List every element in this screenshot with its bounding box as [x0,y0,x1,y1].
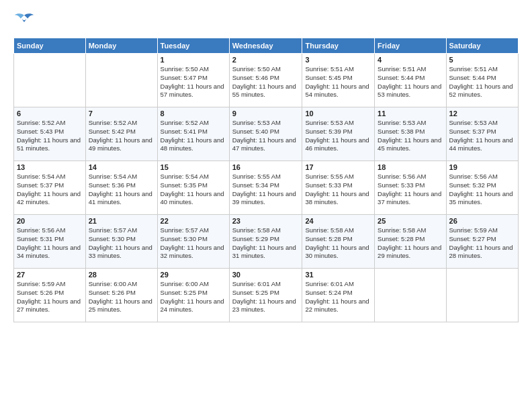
day-number: 1 [161,56,226,64]
calendar-cell: 3Sunrise: 5:51 AMSunset: 5:45 PMDaylight… [302,54,375,107]
day-number: 16 [232,163,300,171]
calendar-cell: 1Sunrise: 5:50 AMSunset: 5:47 PMDaylight… [157,54,229,107]
day-info: Sunrise: 5:53 AMSunset: 5:39 PMDaylight:… [305,119,371,153]
day-info: Sunrise: 5:56 AMSunset: 5:33 PMDaylight:… [378,173,443,207]
day-info: Sunrise: 5:57 AMSunset: 5:30 PMDaylight:… [161,226,226,261]
calendar-cell [14,54,86,107]
day-info: Sunrise: 5:53 AMSunset: 5:38 PMDaylight:… [378,119,443,153]
weekday-header-row: SundayMondayTuesdayWednesdayThursdayFrid… [14,38,519,54]
day-number: 11 [378,109,443,118]
calendar-cell: 31Sunrise: 6:01 AMSunset: 5:24 PMDayligh… [302,269,375,322]
day-info: Sunrise: 5:55 AMSunset: 5:33 PMDaylight:… [305,173,371,207]
calendar-cell: 14Sunrise: 5:54 AMSunset: 5:36 PMDayligh… [85,161,157,215]
day-info: Sunrise: 5:50 AMSunset: 5:46 PMDaylight:… [232,65,300,99]
day-info: Sunrise: 6:01 AMSunset: 5:24 PMDaylight:… [305,280,371,314]
day-info: Sunrise: 5:52 AMSunset: 5:41 PMDaylight:… [161,119,226,153]
day-info: Sunrise: 5:52 AMSunset: 5:43 PMDaylight:… [17,119,83,153]
day-number: 23 [232,217,300,225]
day-number: 26 [449,217,515,225]
logo-icon [13,12,35,31]
day-number: 15 [161,163,226,171]
calendar-cell: 13Sunrise: 5:54 AMSunset: 5:37 PMDayligh… [14,161,86,215]
calendar-cell: 12Sunrise: 5:53 AMSunset: 5:37 PMDayligh… [446,107,518,161]
day-number: 10 [305,109,371,118]
day-number: 25 [378,217,443,225]
weekday-header: Saturday [446,38,518,54]
day-info: Sunrise: 5:57 AMSunset: 5:30 PMDaylight:… [89,226,154,261]
weekday-header: Friday [375,38,446,54]
day-number: 29 [161,271,226,279]
day-info: Sunrise: 6:00 AMSunset: 5:26 PMDaylight:… [89,280,154,314]
calendar-cell: 25Sunrise: 5:58 AMSunset: 5:28 PMDayligh… [375,215,446,269]
day-number: 13 [17,163,83,171]
calendar-cell: 27Sunrise: 5:59 AMSunset: 5:26 PMDayligh… [14,269,86,322]
calendar-cell: 24Sunrise: 5:58 AMSunset: 5:28 PMDayligh… [302,215,375,269]
calendar-cell: 28Sunrise: 6:00 AMSunset: 5:26 PMDayligh… [85,269,157,322]
day-number: 27 [17,271,83,279]
calendar-cell: 16Sunrise: 5:55 AMSunset: 5:34 PMDayligh… [229,161,302,215]
day-info: Sunrise: 6:01 AMSunset: 5:25 PMDaylight:… [232,280,300,314]
calendar-cell [85,54,157,107]
calendar-cell: 11Sunrise: 5:53 AMSunset: 5:38 PMDayligh… [375,107,446,161]
day-number: 4 [378,56,443,64]
calendar-cell: 4Sunrise: 5:51 AMSunset: 5:44 PMDaylight… [375,54,446,107]
calendar-cell: 20Sunrise: 5:56 AMSunset: 5:31 PMDayligh… [14,215,86,269]
day-info: Sunrise: 5:54 AMSunset: 5:35 PMDaylight:… [161,173,226,207]
day-info: Sunrise: 5:51 AMSunset: 5:44 PMDaylight:… [449,65,515,99]
calendar-week-row: 20Sunrise: 5:56 AMSunset: 5:31 PMDayligh… [14,215,519,269]
day-number: 9 [232,109,300,118]
calendar-week-row: 27Sunrise: 5:59 AMSunset: 5:26 PMDayligh… [14,269,519,322]
calendar-week-row: 13Sunrise: 5:54 AMSunset: 5:37 PMDayligh… [14,161,519,215]
calendar-cell: 10Sunrise: 5:53 AMSunset: 5:39 PMDayligh… [302,107,375,161]
day-number: 8 [161,109,226,118]
day-number: 31 [305,271,371,279]
calendar-cell: 23Sunrise: 5:58 AMSunset: 5:29 PMDayligh… [229,215,302,269]
page: SundayMondayTuesdayWednesdayThursdayFrid… [0,0,532,411]
calendar-week-row: 1Sunrise: 5:50 AMSunset: 5:47 PMDaylight… [14,54,519,107]
calendar-week-row: 6Sunrise: 5:52 AMSunset: 5:43 PMDaylight… [14,107,519,161]
day-number: 21 [89,217,154,225]
calendar-cell: 8Sunrise: 5:52 AMSunset: 5:41 PMDaylight… [157,107,229,161]
weekday-header: Monday [85,38,157,54]
day-number: 3 [305,56,371,64]
weekday-header: Thursday [302,38,375,54]
day-number: 20 [17,217,83,225]
day-number: 22 [161,217,226,225]
header [13,12,519,31]
day-number: 6 [17,109,83,118]
calendar-cell: 18Sunrise: 5:56 AMSunset: 5:33 PMDayligh… [375,161,446,215]
day-info: Sunrise: 5:54 AMSunset: 5:37 PMDaylight:… [17,173,83,207]
day-info: Sunrise: 5:58 AMSunset: 5:29 PMDaylight:… [232,226,300,261]
day-info: Sunrise: 5:55 AMSunset: 5:34 PMDaylight:… [232,173,300,207]
day-info: Sunrise: 5:58 AMSunset: 5:28 PMDaylight:… [378,226,443,261]
day-info: Sunrise: 5:50 AMSunset: 5:47 PMDaylight:… [161,65,226,99]
day-info: Sunrise: 5:51 AMSunset: 5:44 PMDaylight:… [378,65,443,99]
day-number: 17 [305,163,371,171]
day-info: Sunrise: 6:00 AMSunset: 5:25 PMDaylight:… [161,280,226,314]
day-info: Sunrise: 5:53 AMSunset: 5:37 PMDaylight:… [449,119,515,153]
day-info: Sunrise: 5:59 AMSunset: 5:26 PMDaylight:… [17,280,83,314]
day-info: Sunrise: 5:53 AMSunset: 5:40 PMDaylight:… [232,119,300,153]
calendar-cell [375,269,446,322]
day-info: Sunrise: 5:54 AMSunset: 5:36 PMDaylight:… [89,173,154,207]
weekday-header: Wednesday [229,38,302,54]
calendar-cell: 9Sunrise: 5:53 AMSunset: 5:40 PMDaylight… [229,107,302,161]
calendar-cell: 2Sunrise: 5:50 AMSunset: 5:46 PMDaylight… [229,54,302,107]
day-info: Sunrise: 5:58 AMSunset: 5:28 PMDaylight:… [305,226,371,261]
day-number: 14 [89,163,154,171]
day-number: 19 [449,163,515,171]
calendar-cell: 26Sunrise: 5:59 AMSunset: 5:27 PMDayligh… [446,215,518,269]
day-info: Sunrise: 5:52 AMSunset: 5:42 PMDaylight:… [89,119,154,153]
calendar-cell: 30Sunrise: 6:01 AMSunset: 5:25 PMDayligh… [229,269,302,322]
day-info: Sunrise: 5:51 AMSunset: 5:45 PMDaylight:… [305,65,371,99]
calendar-cell: 15Sunrise: 5:54 AMSunset: 5:35 PMDayligh… [157,161,229,215]
weekday-header: Tuesday [157,38,229,54]
calendar-cell: 19Sunrise: 5:56 AMSunset: 5:32 PMDayligh… [446,161,518,215]
day-number: 12 [449,109,515,118]
weekday-header: Sunday [14,38,86,54]
calendar-cell: 29Sunrise: 6:00 AMSunset: 5:25 PMDayligh… [157,269,229,322]
logo [13,12,39,31]
day-number: 2 [232,56,300,64]
day-number: 28 [89,271,154,279]
calendar-cell: 17Sunrise: 5:55 AMSunset: 5:33 PMDayligh… [302,161,375,215]
